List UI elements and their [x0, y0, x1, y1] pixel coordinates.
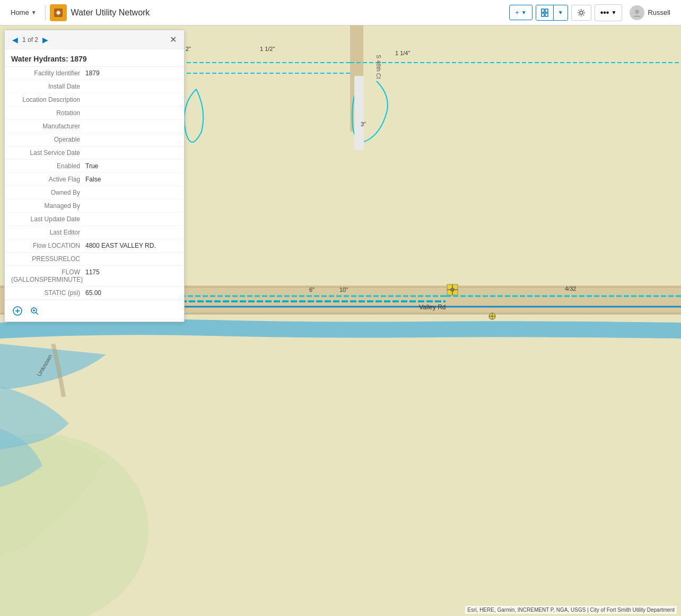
svg-rect-4	[542, 13, 544, 16]
svg-point-6	[580, 11, 583, 14]
prev-feature-button[interactable]: ◀	[10, 34, 20, 45]
attribute-label: Active Flag	[11, 176, 85, 183]
svg-rect-5	[545, 13, 548, 16]
attribute-label: Install Date	[11, 83, 85, 90]
user-menu[interactable]: Russell	[625, 3, 675, 22]
attribute-label: Enabled	[11, 162, 85, 170]
close-button[interactable]: ✕	[168, 33, 179, 46]
attribute-label: Operable	[11, 136, 85, 143]
attribute-label: Owned By	[11, 189, 85, 196]
attribute-row: Operable	[5, 133, 184, 146]
popup-header: ◀ 1 of 2 ▶ ✕	[5, 30, 184, 49]
attribute-row: EnabledTrue	[5, 160, 184, 173]
bookmark-icon	[540, 8, 549, 17]
svg-text:Valley Rd: Valley Rd	[419, 303, 446, 311]
attribute-label: Last Editor	[11, 229, 85, 236]
popup-body[interactable]: Facility Identifier1879Install DateLocat…	[5, 67, 184, 300]
add-icon	[13, 306, 22, 316]
attribute-row: Last Update Date	[5, 213, 184, 226]
more-button[interactable]: ••• ▼	[595, 4, 623, 21]
home-nav[interactable]: Home ▼	[6, 6, 41, 19]
app-title: Water Utility Network	[71, 8, 510, 18]
attribute-label: Managed By	[11, 202, 85, 210]
attribute-label: PRESSURELOC	[11, 255, 85, 263]
attribute-row: Facility Identifier1879	[5, 67, 184, 80]
zoom-to-button[interactable]	[28, 305, 41, 317]
attribute-value	[85, 215, 178, 223]
svg-text:6": 6"	[309, 287, 315, 293]
attribute-row: Last Editor	[5, 226, 184, 239]
home-label: Home	[11, 8, 29, 16]
attribute-label: STATIC (psi)	[11, 289, 85, 297]
attribute-value: 1879	[85, 70, 178, 77]
attribute-label: Last Service Date	[11, 149, 85, 157]
svg-text:2": 2"	[186, 46, 191, 52]
attribute-row: Rotation	[5, 107, 184, 120]
attribute-label: Flow LOCATION	[11, 242, 85, 249]
attribute-label: Manufacturer	[11, 123, 85, 130]
attribute-value: 4800 EAST VALLEY RD.	[85, 242, 178, 249]
add-chevron-icon: ▼	[521, 10, 527, 15]
attribute-value	[85, 255, 178, 263]
zoom-icon	[30, 306, 39, 316]
attribute-value	[85, 202, 178, 210]
feature-popup: ◀ 1 of 2 ▶ ✕ Water Hydrants: 1879 Facili…	[4, 30, 185, 322]
add-to-map-button[interactable]	[11, 305, 24, 317]
attribute-value: 65.00	[85, 289, 178, 297]
svg-line-45	[36, 313, 38, 315]
attribute-row: Managed By	[5, 199, 184, 213]
view-button-group: ▼	[536, 5, 568, 21]
attribute-row: Owned By	[5, 186, 184, 199]
map-attribution: Esri, HERE, Garmin, INCREMENT P, NGA, US…	[465, 606, 677, 614]
more-dots-icon: •••	[600, 8, 609, 18]
attribute-value	[85, 96, 178, 103]
settings-button[interactable]	[571, 5, 591, 21]
svg-text:10": 10"	[339, 287, 348, 293]
attribute-value	[85, 149, 178, 157]
next-feature-button[interactable]: ▶	[40, 34, 50, 45]
attribute-value	[85, 109, 178, 117]
app-icon	[50, 4, 67, 21]
svg-text:S 48th Ct: S 48th Ct	[376, 55, 382, 79]
svg-rect-3	[545, 9, 548, 12]
attribute-value: True	[85, 162, 178, 170]
attribute-label: Location Description	[11, 96, 85, 103]
attribute-value	[85, 123, 178, 130]
attribute-row: Active FlagFalse	[5, 173, 184, 186]
header-divider	[45, 5, 46, 20]
attribute-row: Install Date	[5, 80, 184, 93]
svg-text:3": 3"	[361, 121, 366, 127]
attribute-value: False	[85, 176, 178, 183]
svg-point-7	[635, 10, 639, 14]
attribute-label: Facility Identifier	[11, 70, 85, 77]
plus-icon: +	[515, 8, 519, 16]
avatar	[630, 5, 644, 20]
attribute-label: Last Update Date	[11, 215, 85, 223]
attribute-row: PRESSURELOC	[5, 253, 184, 266]
attribute-row: Manufacturer	[5, 120, 184, 133]
attribute-row: Last Service Date	[5, 146, 184, 160]
popup-navigation: ◀ 1 of 2 ▶	[10, 34, 50, 45]
map-container[interactable]: 2" 1 1/2" 1 1/4" 3" 6" 10" 4/32 Valley R…	[0, 25, 681, 616]
attribute-value	[85, 83, 178, 90]
bookmark-button[interactable]	[536, 5, 554, 20]
svg-point-1	[57, 11, 60, 14]
view-toggle-button[interactable]: ▼	[554, 5, 568, 20]
svg-text:1 1/2": 1 1/2"	[260, 46, 275, 52]
popup-title: Water Hydrants: 1879	[5, 49, 184, 67]
attribute-value	[85, 189, 178, 196]
add-button-group: + ▼	[509, 5, 532, 20]
gear-icon	[577, 8, 586, 17]
more-chevron-icon: ▼	[611, 10, 616, 15]
attribute-label: Rotation	[11, 109, 85, 117]
attribute-value	[85, 136, 178, 143]
popup-footer	[5, 300, 184, 322]
add-button[interactable]: + ▼	[510, 5, 532, 20]
svg-rect-19	[354, 76, 364, 150]
attribute-label: FLOW (GALLONSPERMINUTE)	[11, 268, 85, 283]
user-name: Russell	[648, 8, 670, 16]
app-header: Home ▼ Water Utility Network + ▼	[0, 0, 681, 25]
attribute-row: Location Description	[5, 93, 184, 107]
header-actions: + ▼ ▼	[509, 3, 675, 22]
svg-text:4/32: 4/32	[565, 285, 576, 292]
